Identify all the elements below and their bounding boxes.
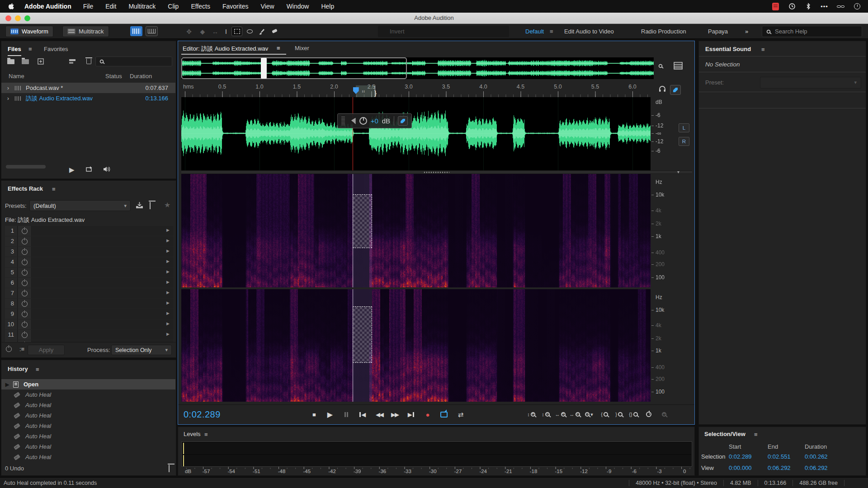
delete-file-icon[interactable]: [84, 57, 94, 66]
gain-hud[interactable]: +0 dB: [337, 113, 412, 128]
history-item-3[interactable]: Auto Heal: [1, 400, 175, 410]
levels-menu-icon[interactable]: ≡: [204, 431, 208, 438]
selection-view-menu-icon[interactable]: ≡: [754, 431, 758, 438]
insert-into-multitrack-icon[interactable]: [67, 57, 77, 66]
files-loop-playback-icon[interactable]: [85, 166, 93, 174]
effect-power-icon[interactable]: [18, 309, 32, 319]
zoom-to-in-point-button[interactable]: {: [599, 409, 610, 420]
favorite-preset-star-icon[interactable]: ★: [164, 201, 170, 209]
effect-slot-3[interactable]: 3►: [5, 247, 173, 257]
overview-strip[interactable]: [181, 57, 654, 79]
effect-slot-arrow-icon[interactable]: ►: [165, 248, 170, 253]
marquee-selection-tool-icon[interactable]: [231, 27, 242, 36]
zoom-fit-icon[interactable]: [658, 63, 663, 70]
history-title[interactable]: History: [8, 366, 28, 372]
timecode-display[interactable]: 0:02.289: [184, 409, 221, 420]
selection-grip[interactable]: ıı: [362, 89, 365, 94]
effect-slot-body[interactable]: [32, 278, 173, 288]
save-preset-icon[interactable]: [135, 202, 144, 211]
move-tool-icon[interactable]: ✥: [184, 27, 194, 36]
history-menu-icon[interactable]: ≡: [36, 366, 39, 373]
process-dropdown[interactable]: Selection Only ▾: [111, 345, 172, 355]
open-file-icon[interactable]: [6, 57, 16, 66]
spectrogram-right-channel[interactable]: [181, 289, 651, 402]
effects-rack-menu-icon[interactable]: ≡: [52, 186, 56, 192]
spot-healing-brush-tool-icon[interactable]: [269, 27, 279, 36]
spectral-display-toggle[interactable]: [130, 26, 142, 36]
workspace-default[interactable]: Default: [525, 28, 544, 35]
history-item-4[interactable]: Auto Heal: [1, 410, 175, 421]
pause-button[interactable]: [340, 408, 353, 421]
spectrogram-left-channel[interactable]: [181, 174, 651, 287]
effect-slot-body[interactable]: [32, 288, 173, 298]
effect-power-icon[interactable]: [18, 236, 32, 246]
paintbrush-selection-tool-icon[interactable]: [256, 27, 267, 36]
effect-slot-arrow-icon[interactable]: ►: [165, 331, 170, 337]
waveform-display-toggle[interactable]: [146, 26, 158, 36]
waveform-view-button[interactable]: Waveform: [5, 26, 53, 37]
menu-item-effects[interactable]: Effects: [191, 3, 210, 10]
sv-selection-duration[interactable]: 0:00.262: [805, 453, 828, 460]
zoom-to-selection-button[interactable]: {}: [627, 409, 639, 420]
razor-tool-icon[interactable]: ◆: [197, 27, 208, 36]
effect-slot-arrow-icon[interactable]: ►: [165, 258, 170, 264]
menubar-app-name[interactable]: Adobe Audition: [24, 3, 71, 10]
lasso-selection-tool-icon[interactable]: [244, 27, 255, 36]
play-button[interactable]: ▶: [323, 408, 337, 421]
rewind-button[interactable]: ◀◀: [373, 408, 386, 421]
workspace-edit-audio-to-video[interactable]: Edit Audio to Video: [564, 28, 614, 35]
display-layout-icon[interactable]: [674, 62, 683, 71]
files-auto-play-speaker-icon[interactable]: [103, 166, 111, 174]
overview-playhead-handle[interactable]: [261, 58, 267, 79]
file-row-expander-icon[interactable]: ›: [1, 84, 15, 91]
control-center-icon[interactable]: [837, 3, 844, 10]
zoom-to-out-point-button[interactable]: }: [613, 409, 625, 420]
workspace-radio-production[interactable]: Radio Production: [641, 28, 686, 35]
fast-forward-button[interactable]: ▶▶: [388, 408, 401, 421]
files-search-field[interactable]: [95, 56, 172, 66]
effect-slot-body[interactable]: [32, 257, 173, 267]
effect-slot-6[interactable]: 6►: [5, 278, 173, 288]
effect-power-icon[interactable]: [18, 226, 32, 236]
files-panel-menu-icon[interactable]: ≡: [28, 46, 32, 52]
spectrogram2-selection-box[interactable]: [353, 306, 372, 363]
menu-item-edit[interactable]: Edit: [105, 3, 116, 10]
editor-panel-menu-icon[interactable]: ≡: [277, 45, 280, 52]
menu-item-clip[interactable]: Clip: [168, 3, 179, 10]
skip-to-start-button[interactable]: ◀: [356, 408, 369, 421]
effect-slot-arrow-icon[interactable]: ►: [165, 279, 170, 285]
time-machine-icon[interactable]: [788, 3, 796, 10]
menu-item-multitrack[interactable]: Multitrack: [128, 3, 156, 10]
skip-selection-button[interactable]: ⇄: [454, 408, 467, 421]
selection-view-title[interactable]: Selection/View: [704, 431, 745, 437]
effect-slot-4[interactable]: 4►: [5, 257, 173, 267]
effect-slot-arrow-icon[interactable]: ►: [165, 300, 170, 305]
effect-power-icon[interactable]: [18, 257, 32, 267]
history-item-1[interactable]: ▶Open: [1, 379, 175, 389]
effect-power-icon[interactable]: [18, 330, 32, 340]
presets-dropdown[interactable]: (Default) ▾: [29, 200, 131, 211]
apple-menu-icon[interactable]: [7, 3, 14, 10]
effect-power-icon[interactable]: [18, 247, 32, 257]
effect-slot-2[interactable]: 2►: [5, 236, 173, 246]
sv-selection-start[interactable]: 0:02.289: [729, 453, 752, 460]
selection-end-handle[interactable]: }: [374, 89, 377, 97]
effect-slot-11[interactable]: 11►: [5, 330, 173, 340]
effect-slot-10[interactable]: 10►: [5, 319, 173, 329]
overview-view-range-box[interactable]: [181, 57, 407, 79]
effect-slot-body[interactable]: [32, 267, 173, 277]
import-file-icon[interactable]: [20, 57, 30, 66]
delete-preset-icon[interactable]: [150, 202, 151, 209]
effect-slot-body[interactable]: [32, 330, 173, 340]
effect-slot-arrow-icon[interactable]: ►: [165, 227, 170, 233]
zoom-in-vertical-button[interactable]: ↕+: [525, 409, 537, 420]
spectrogram1-selection-box[interactable]: [353, 194, 372, 248]
effect-slot-arrow-icon[interactable]: ►: [165, 321, 170, 326]
zoom-in-horizontal-button[interactable]: ↔+: [554, 409, 566, 420]
levels-title[interactable]: Levels: [184, 431, 201, 437]
screen-recording-indicator-icon[interactable]: [772, 3, 779, 10]
effect-slot-body[interactable]: [32, 299, 173, 309]
zoom-reset-button[interactable]: −▾: [583, 409, 595, 420]
apply-button[interactable]: Apply: [28, 345, 65, 355]
file-row-1[interactable]: ›Podcast.wav *0:07.637: [1, 83, 175, 93]
